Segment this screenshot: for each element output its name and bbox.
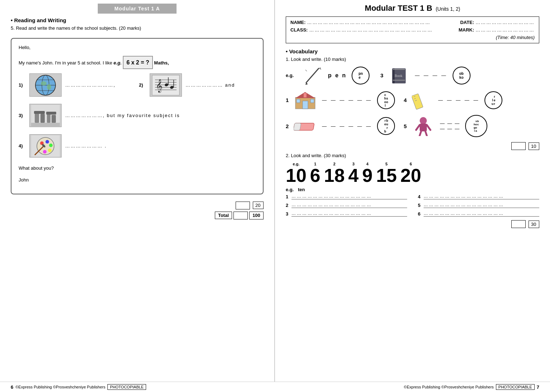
- number-2-val: 18: [324, 166, 345, 185]
- item-3-image: [29, 104, 62, 127]
- item-4-dashes: — — — — —: [438, 97, 479, 103]
- eg-pen-circle: pn e: [352, 67, 370, 84]
- number-1: 1 6: [310, 162, 320, 185]
- writing-lines-container: 1 ……………………………………… 2 ……………………………………… 3 ………: [286, 194, 539, 217]
- time-note: (Time: 40 minutes): [290, 35, 535, 40]
- item-2-circle: rb eu r b: [377, 117, 395, 135]
- svg-rect-25: [46, 112, 56, 115]
- write-line-1: 1 ………………………………………: [286, 194, 407, 199]
- number-1-val: 6: [310, 166, 320, 185]
- item-1-dashes: — — — — — —: [322, 97, 372, 103]
- number-words-section: e.g. ten 1 ……………………………………… 2 ………………………………: [286, 187, 539, 217]
- left-page-header: Modular Test 1 A: [98, 4, 177, 14]
- write-line-5: 5 ………………………………………: [418, 202, 539, 208]
- letter-body-line: My name's John. I'm in year 5 at school.…: [19, 56, 256, 69]
- numbers-display-row: e.g. 10 1 6 2 18 3 4 4 9: [286, 162, 539, 185]
- item-3-book-image: Book: [389, 66, 410, 85]
- number-6: 6 20: [400, 162, 421, 185]
- page-right: Modular TEST 1 B (Units 1, 2) NAME: ……………: [275, 0, 550, 382]
- write-dots-6: ………………………………………: [424, 211, 539, 217]
- item-5-vocab-num: 5: [404, 123, 406, 129]
- write-num-3: 3: [286, 211, 290, 217]
- write-dots-4: ………………………………………: [424, 194, 539, 199]
- svg-line-61: [420, 131, 421, 136]
- item-3-dots: …………………, but my favourite subject is: [65, 113, 256, 118]
- vocab-eg-row: e.g. p e n pn e: [286, 66, 539, 85]
- svg-line-60: [427, 125, 430, 130]
- svg-text:Book: Book: [395, 74, 402, 78]
- photocopiable-left: PHOTOCOPIABLE: [107, 384, 146, 390]
- item-3-dashes: — — — —: [415, 73, 448, 78]
- item-4-ruler-image: [412, 90, 433, 110]
- item-1-circle: c hs oo l: [377, 91, 395, 109]
- maths-word: Maths,: [154, 60, 169, 66]
- footer-right: ©Express Publishing ©Prosveshcheniye Pub…: [404, 384, 539, 390]
- write-line-3: 3 ………………………………………: [286, 211, 407, 217]
- form-fields: NAME: …………………………………………………………… DATE: ……………: [286, 16, 539, 43]
- write-line-4: 4 ………………………………………: [418, 194, 539, 199]
- svg-line-59: [416, 125, 420, 130]
- score-box-20: [236, 202, 250, 209]
- date-dots: ……………………………: [476, 20, 535, 25]
- eg-pen-word: p e n: [328, 72, 347, 79]
- item-4-circle: r le ur: [484, 91, 502, 109]
- svg-marker-37: [319, 67, 321, 70]
- number-eg-val: 10: [286, 166, 307, 185]
- item-4-image: [29, 134, 62, 158]
- item-4-dots: ………………… .: [65, 143, 256, 149]
- mark-dots: ……………………………: [476, 27, 535, 33]
- name-dots: ……………………………………………………………: [307, 20, 431, 25]
- write-dots-5: ………………………………………: [424, 202, 539, 208]
- name-label: NAME:: [290, 20, 306, 25]
- write-dots-1: ………………………………………: [291, 194, 407, 199]
- svg-text:𝄞: 𝄞: [156, 79, 163, 93]
- item-5-toy-image: [412, 116, 435, 136]
- section-reading-writing: Reading and Writing: [11, 17, 264, 23]
- svg-rect-43: [393, 80, 405, 81]
- form-row-name-date: NAME: …………………………………………………………… DATE: ……………: [290, 20, 535, 25]
- reading-letter-box: Hello, My name's John. I'm in year 5 at …: [11, 38, 264, 194]
- writing-col-2: 4 ……………………………………… 5 ……………………………………… 6 ………: [418, 194, 539, 217]
- eg-number-label: e.g.: [286, 187, 294, 192]
- maths-box: 6 x 2 = ?: [123, 56, 153, 69]
- exercise-1: 1. Look and write. (10 marks) e.g. p e n: [286, 57, 539, 150]
- write-num-5: 5: [418, 203, 422, 208]
- write-num-1: 1: [286, 194, 290, 199]
- write-line-2: 2 ………………………………………: [286, 202, 407, 208]
- publisher-left: ©Express Publishing ©Prosveshcheniye Pub…: [15, 385, 105, 389]
- item-1-school-image: [294, 90, 317, 110]
- item-2-dots: ………………… and: [185, 82, 256, 88]
- svg-rect-24: [52, 115, 56, 123]
- number-4: 4 9: [362, 162, 373, 185]
- eg-label-1: e.g.: [286, 73, 296, 78]
- number-3: 3 4: [348, 162, 359, 185]
- item-1-image: [29, 73, 62, 97]
- svg-point-7: [47, 84, 51, 90]
- score-20: 20: [253, 202, 264, 209]
- exercise-5-instruction: 5. Read and write the names of the schoo…: [11, 25, 264, 31]
- class-dots: ……………………………………………………………: [309, 27, 433, 33]
- item-4-vocab-num: 4: [404, 97, 406, 103]
- exercise-1-instruction: 1. Look and write. (10 marks): [286, 57, 539, 62]
- reading-item-1: 1) ………………………, 2): [19, 73, 256, 97]
- svg-line-39: [305, 70, 307, 71]
- section-vocabulary: Vocabulary: [286, 48, 539, 54]
- item-2-dashes: — — — — — —: [322, 124, 372, 129]
- write-num-6: 6: [418, 211, 422, 217]
- item-3-circle: ob ko: [453, 67, 471, 84]
- svg-rect-50: [304, 93, 307, 97]
- number-5: 5 15: [376, 162, 397, 185]
- footer-left: 6 ©Express Publishing ©Prosveshcheniye P…: [11, 384, 146, 390]
- reading-item-4: 4): [19, 134, 256, 158]
- eg-number-word: ten: [298, 187, 305, 192]
- right-page-header: Modular TEST 1 B: [365, 4, 432, 13]
- score-row-10: 10: [286, 142, 539, 150]
- vocab-row-2-5: 2 — — — — — — rb eu r b 5: [286, 115, 539, 137]
- number-3-val: 4: [348, 166, 359, 185]
- score-box-30: [511, 220, 526, 228]
- page-left: Modular Test 1 A Reading and Writing 5. …: [0, 0, 275, 382]
- svg-line-62: [425, 131, 427, 136]
- item-3-label: 3): [19, 113, 26, 118]
- page-num-right: 7: [537, 384, 539, 390]
- score-row-30: 30: [286, 220, 539, 228]
